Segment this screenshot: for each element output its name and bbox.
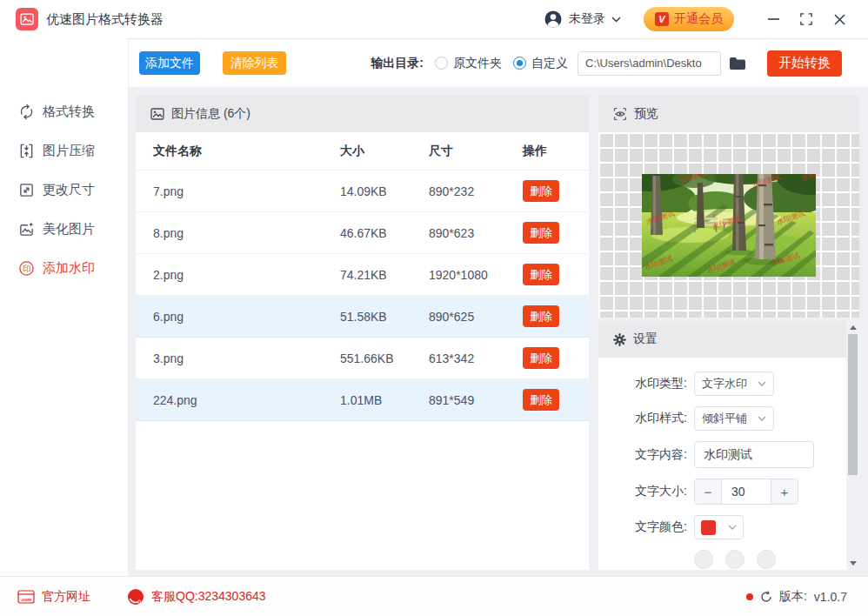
browse-folder-button[interactable] [729, 57, 746, 70]
app-logo-icon [16, 8, 38, 30]
dotcom-browser-icon: .com [17, 590, 35, 604]
preview-title: 预览 [634, 106, 658, 122]
delete-button[interactable]: 删除 [523, 180, 559, 202]
output-path-input[interactable] [578, 51, 721, 76]
table-row[interactable]: 224.png 1.01MB 891*549 删除 [136, 379, 589, 421]
radio-custom-folder[interactable]: 自定义 [513, 56, 568, 71]
output-dir-group: 输出目录: 原文件夹 自定义 开始转换 [371, 50, 842, 77]
customer-service-label: 客服QQ:3234303643 [151, 589, 266, 605]
table-row[interactable]: 2.png 74.21KB 1920*1080 删除 [136, 254, 589, 296]
gear-icon [613, 333, 626, 346]
minimize-button[interactable] [760, 6, 786, 32]
text-color-label: 文字颜色: [624, 519, 687, 535]
file-size-cell: 74.21KB [340, 268, 429, 282]
titlebar-left: 优速图片格式转换器 [0, 8, 544, 30]
svg-text:印: 印 [23, 264, 30, 273]
sidebar-item-compress[interactable]: 图片压缩 [0, 131, 128, 171]
preview-header: 预览 [598, 96, 859, 132]
delete-button[interactable]: 删除 [523, 222, 559, 244]
watermark-style-select[interactable]: 倾斜平铺 [694, 406, 774, 431]
file-dims-cell: 613*342 [429, 352, 523, 365]
text-size-stepper: − 30 + [694, 479, 798, 505]
sidebar-item-format-convert[interactable]: 格式转换 [0, 92, 128, 131]
table-row[interactable]: 7.png 14.09KB 890*232 删除 [136, 171, 589, 212]
table-row[interactable]: 6.png 51.58KB 890*625 删除 [136, 296, 589, 338]
official-website-link[interactable]: .com 官方网址 [17, 589, 90, 605]
close-button[interactable] [826, 6, 852, 32]
footer: .com 官方网址 客服QQ:3234303643 版本: v1.0.7 [0, 576, 868, 616]
increase-size-button[interactable]: + [771, 479, 798, 504]
file-name-cell: 8.png [136, 226, 340, 240]
clear-list-button[interactable]: 清除列表 [223, 51, 286, 75]
start-convert-button[interactable]: 开始转换 [767, 50, 842, 77]
open-vip-button[interactable]: V 开通会员 [644, 7, 734, 31]
watermark-type-label: 水印类型: [624, 376, 687, 392]
watermark-text-input[interactable] [694, 441, 814, 468]
text-color-swatch [701, 520, 716, 535]
right-column: 预览 [598, 96, 859, 570]
watermark-type-select[interactable]: 文字水印 [694, 372, 774, 396]
text-color-field: 文字颜色: [624, 515, 837, 539]
customer-service-qq-link[interactable]: 客服QQ:3234303643 [127, 588, 266, 606]
chevron-down-icon [758, 381, 766, 386]
file-info-title: 图片信息 (6个) [171, 106, 250, 122]
color-dot[interactable] [694, 550, 713, 569]
beautify-icon [18, 221, 35, 238]
maximize-button[interactable] [793, 6, 819, 32]
text-color-select[interactable] [694, 515, 744, 539]
sidebar-item-beautify[interactable]: 美化图片 [0, 210, 128, 249]
chevron-down-icon [611, 17, 621, 23]
scroll-down-arrow[interactable] [850, 561, 857, 566]
version-value: v1.0.7 [814, 590, 847, 604]
col-size: 大小 [340, 144, 429, 159]
scroll-up-arrow[interactable] [850, 325, 857, 330]
app-title: 优速图片格式转换器 [46, 11, 164, 28]
titlebar: 优速图片格式转换器 未登录 V 开通会员 [0, 0, 868, 38]
status-dot [746, 593, 753, 600]
table-empty-area [136, 421, 589, 570]
text-size-field: 文字大小: − 30 + [624, 479, 837, 505]
file-dims-cell: 890*232 [429, 184, 523, 198]
vip-badge-icon: V [655, 12, 669, 26]
output-dir-label: 输出目录: [371, 56, 424, 71]
sidebar-item-watermark[interactable]: 印 添加水印 [0, 249, 128, 288]
color-dots-row [694, 550, 837, 569]
delete-button[interactable]: 删除 [523, 347, 559, 369]
file-dims-cell: 1920*1080 [429, 268, 523, 282]
file-name-cell: 224.png [136, 393, 340, 407]
file-name-cell: 2.png [136, 268, 340, 282]
file-size-cell: 14.09KB [340, 184, 429, 198]
watermark-stamp-icon: 印 [18, 260, 35, 277]
refresh-icon[interactable] [760, 591, 772, 603]
delete-button[interactable]: 删除 [523, 389, 559, 411]
image-info-icon [150, 108, 164, 120]
watermark-style-field: 水印样式: 倾斜平铺 [624, 406, 837, 431]
resize-icon [18, 182, 35, 198]
settings-fields: 水印类型: 文字水印 水印样式: 倾斜平铺 [598, 358, 859, 569]
radio-original-folder[interactable]: 原文件夹 [435, 56, 502, 71]
chevron-down-icon [758, 416, 766, 421]
file-info-panel: 图片信息 (6个) 文件名称 大小 尺寸 操作 7.png 14.09KB 89… [136, 96, 589, 570]
add-files-button[interactable]: 添加文件 [139, 51, 200, 75]
table-header-row: 文件名称 大小 尺寸 操作 [136, 132, 589, 171]
login-menu[interactable]: 未登录 [544, 10, 621, 29]
preview-image: 水印测试 水印测试 水印测试 水印测试 水印测试 水印测试 水印测试 水印测试 … [642, 174, 816, 277]
decrease-size-button[interactable]: − [695, 479, 721, 504]
middle-area: 格式转换 图片压缩 [0, 38, 868, 576]
delete-button[interactable]: 删除 [523, 305, 559, 327]
sidebar-item-label: 更改尺寸 [43, 182, 95, 198]
titlebar-right: 未登录 V 开通会员 [544, 6, 868, 32]
radio-original-label: 原文件夹 [453, 56, 502, 71]
sidebar-item-resize[interactable]: 更改尺寸 [0, 171, 128, 210]
col-operation: 操作 [523, 144, 589, 159]
color-dot[interactable] [757, 550, 776, 569]
svg-text:.com: .com [20, 596, 31, 601]
color-dot[interactable] [725, 550, 744, 569]
table-row[interactable]: 8.png 46.67KB 890*623 删除 [136, 212, 589, 254]
delete-button[interactable]: 删除 [523, 264, 559, 285]
official-website-label: 官方网址 [42, 589, 90, 605]
toolbar: 添加文件 清除列表 输出目录: 原文件夹 自定义 [129, 39, 868, 87]
scrollbar-thumb[interactable] [848, 334, 858, 475]
table-row[interactable]: 3.png 551.66KB 613*342 删除 [136, 338, 589, 379]
login-label: 未登录 [569, 11, 605, 27]
